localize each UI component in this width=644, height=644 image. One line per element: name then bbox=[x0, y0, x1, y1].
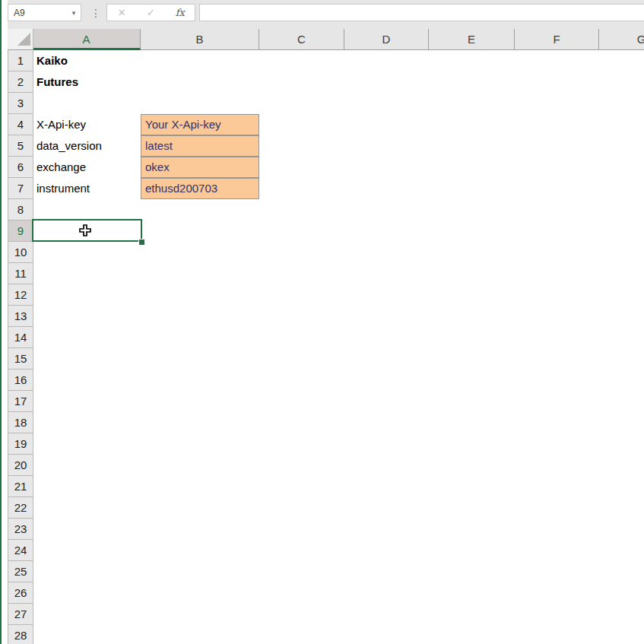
cancel-icon[interactable]: ✕ bbox=[110, 5, 133, 21]
row-header-5[interactable]: 5 bbox=[8, 135, 33, 157]
name-box-value[interactable]: A9 bbox=[8, 8, 67, 18]
row-header-17[interactable]: 17 bbox=[8, 391, 33, 412]
cell-A6[interactable]: exchange bbox=[33, 157, 141, 178]
column-header-F[interactable]: F bbox=[515, 29, 599, 50]
row-header-21[interactable]: 21 bbox=[8, 476, 33, 497]
row-header-divider bbox=[33, 29, 33, 644]
formula-bar-buttons: ✕ ✓ fx bbox=[106, 4, 195, 21]
cell-A5[interactable]: data_version bbox=[33, 135, 141, 157]
row-header-4[interactable]: 4 bbox=[8, 114, 33, 135]
column-header-G[interactable]: G bbox=[599, 29, 644, 50]
name-box-dropdown-icon[interactable]: ▾ bbox=[67, 9, 81, 17]
column-header-A[interactable]: A bbox=[33, 29, 141, 50]
row-header-24[interactable]: 24 bbox=[8, 540, 33, 561]
select-all-triangle-icon bbox=[17, 33, 30, 46]
row-header-7[interactable]: 7 bbox=[8, 178, 33, 199]
row-header-26[interactable]: 26 bbox=[8, 582, 33, 604]
row-header-3[interactable]: 3 bbox=[8, 93, 33, 114]
row-header-14[interactable]: 14 bbox=[8, 327, 33, 348]
column-header-C[interactable]: C bbox=[259, 29, 344, 50]
cell-cursor-icon bbox=[78, 224, 92, 240]
row-header-16[interactable]: 16 bbox=[8, 370, 33, 391]
row-header-12[interactable]: 12 bbox=[8, 284, 33, 306]
cell-B5[interactable]: latest bbox=[141, 135, 259, 157]
insert-function-icon[interactable]: fx bbox=[169, 5, 192, 21]
formula-bar-input[interactable] bbox=[199, 4, 644, 21]
row-header-10[interactable]: 10 bbox=[8, 242, 33, 263]
select-all-corner[interactable] bbox=[8, 29, 33, 50]
row-header-20[interactable]: 20 bbox=[8, 455, 33, 476]
row-header-11[interactable]: 11 bbox=[8, 263, 33, 284]
row-header-13[interactable]: 13 bbox=[8, 306, 33, 327]
formula-bar-area: A9 ▾ ⋮ ✕ ✓ fx bbox=[8, 0, 644, 30]
row-header-6[interactable]: 6 bbox=[8, 157, 33, 178]
row-header-28[interactable]: 28 bbox=[8, 625, 33, 644]
cell-A4[interactable]: X-Api-key bbox=[33, 114, 141, 135]
row-header-25[interactable]: 25 bbox=[8, 561, 33, 582]
enter-icon[interactable]: ✓ bbox=[139, 5, 162, 21]
fill-handle[interactable] bbox=[138, 239, 145, 246]
column-header-B[interactable]: B bbox=[141, 29, 259, 50]
excel-window: A9 ▾ ⋮ ✕ ✓ fx ABCDEFG 123456789101112131… bbox=[0, 0, 644, 644]
row-header-27[interactable]: 27 bbox=[8, 604, 33, 625]
row-header-8[interactable]: 8 bbox=[8, 199, 33, 220]
row-header-18[interactable]: 18 bbox=[8, 412, 33, 433]
row-header-9[interactable]: 9 bbox=[8, 220, 33, 242]
row-header-23[interactable]: 23 bbox=[8, 519, 33, 540]
name-box[interactable]: A9 ▾ bbox=[8, 4, 81, 21]
cell-B7[interactable]: ethusd200703 bbox=[141, 178, 259, 199]
window-left-edge bbox=[0, 0, 2, 644]
cell-A7[interactable]: instrument bbox=[33, 178, 141, 199]
row-header-15[interactable]: 15 bbox=[8, 348, 33, 370]
cell-B4[interactable]: Your X-Api-key bbox=[141, 114, 259, 135]
row-header-19[interactable]: 19 bbox=[8, 433, 33, 455]
row-header-22[interactable]: 22 bbox=[8, 497, 33, 519]
cell-A2[interactable]: Futures bbox=[33, 71, 141, 93]
column-header-D[interactable]: D bbox=[344, 29, 429, 50]
row-header-2[interactable]: 2 bbox=[8, 71, 33, 93]
formula-bar-divider-icon: ⋮ bbox=[90, 4, 102, 21]
cell-A1[interactable]: Kaiko bbox=[33, 50, 141, 71]
row-header-1[interactable]: 1 bbox=[8, 50, 33, 71]
cell-B6[interactable]: okex bbox=[141, 157, 259, 178]
column-header-E[interactable]: E bbox=[429, 29, 515, 50]
